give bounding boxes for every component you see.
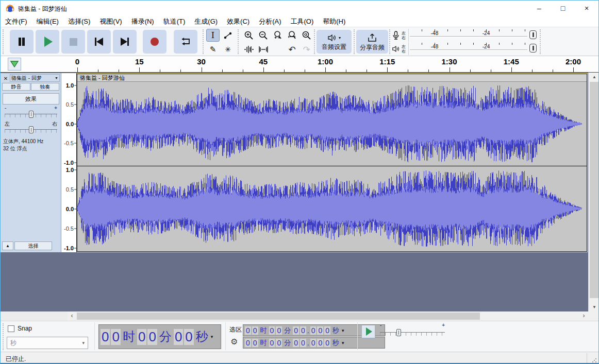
time-digit[interactable]: 0 xyxy=(184,329,193,345)
trim-audio-button[interactable] xyxy=(242,43,256,56)
solo-button[interactable]: 独奏 xyxy=(31,83,59,91)
snap-toolbar-grip[interactable] xyxy=(3,323,5,350)
track-name-button[interactable]: 骆集益 - 回梦 ▼ xyxy=(10,74,60,82)
zoom-toggle-button[interactable] xyxy=(300,29,313,42)
time-digit[interactable]: 0 xyxy=(111,329,120,345)
skip-to-start-button[interactable] xyxy=(87,30,111,54)
time-digit[interactable]: 0 xyxy=(276,339,282,347)
vertical-scale-ruler[interactable]: 1.00.50.0-0.5-1.01.00.50.0-0.5-1.0 xyxy=(61,73,77,252)
track-select-button[interactable]: 选择 xyxy=(14,241,52,250)
mute-button[interactable]: 静音 xyxy=(2,83,30,91)
undo-button[interactable]: ↶ xyxy=(285,43,299,56)
toolbar-grip[interactable] xyxy=(3,29,5,54)
waveform-right-channel[interactable] xyxy=(77,166,587,251)
record-button[interactable] xyxy=(143,30,167,54)
menu-item[interactable]: 效果(C) xyxy=(222,16,254,27)
time-digit[interactable]: 0 xyxy=(276,326,282,335)
play-at-speed-button[interactable] xyxy=(361,325,375,338)
menu-item[interactable]: 工具(O) xyxy=(286,16,318,27)
setup-toolbar-grip[interactable] xyxy=(314,29,316,54)
redo-button[interactable]: ↷ xyxy=(300,43,313,56)
skip-to-end-button[interactable] xyxy=(113,30,137,54)
play-speed-slider[interactable]: - + xyxy=(379,323,446,338)
audio-setup-button[interactable]: ▾ 音频设置 xyxy=(317,30,352,54)
speed-slider-thumb[interactable] xyxy=(396,329,401,336)
horizontal-scrollbar[interactable]: ‹ › xyxy=(68,311,588,321)
pause-button[interactable] xyxy=(10,30,34,54)
time-digit[interactable]: 0 xyxy=(174,329,183,345)
time-digit[interactable]: 0 xyxy=(300,326,306,335)
time-digit[interactable]: 0 xyxy=(245,326,251,335)
scroll-left-arrow[interactable]: ‹ xyxy=(68,311,76,321)
edit-toolbar-grip[interactable] xyxy=(238,29,240,54)
fit-selection-button[interactable] xyxy=(271,29,285,42)
playback-meter-bar[interactable]: -48-24 xyxy=(408,42,538,55)
close-button[interactable]: × xyxy=(575,1,598,16)
selection-settings-gear-icon[interactable]: ⚙ xyxy=(230,337,238,346)
format-dropdown-arrow-icon[interactable]: ▾ xyxy=(342,328,344,333)
timeline-ruler[interactable]: 01530451:001:151:301:452:00 xyxy=(1,56,598,73)
menu-item[interactable]: 分析(A) xyxy=(254,16,286,27)
playback-meter[interactable]: 左右 -48-24 xyxy=(390,42,538,55)
menu-item[interactable]: 编辑(E) xyxy=(32,16,63,27)
menu-item[interactable]: 轨道(T) xyxy=(159,16,190,27)
share-toolbar-grip[interactable] xyxy=(354,29,356,54)
audio-clip[interactable]: 骆集益 - 回梦游仙 xyxy=(77,74,587,252)
time-digit[interactable]: 0 xyxy=(245,339,251,347)
time-digit[interactable]: 0 xyxy=(147,329,157,345)
time-digit[interactable]: 0 xyxy=(293,326,299,335)
time-digit[interactable]: 0 xyxy=(300,339,306,347)
silence-audio-button[interactable] xyxy=(256,43,270,56)
selection-tool-button[interactable]: I xyxy=(206,29,220,42)
time-digit[interactable]: 0 xyxy=(317,339,323,347)
scroll-right-arrow[interactable]: › xyxy=(579,311,588,321)
waveform-left-channel[interactable] xyxy=(77,82,587,166)
time-digit[interactable]: 0 xyxy=(101,329,110,345)
pan-slider[interactable]: 左 右 xyxy=(4,120,58,135)
scroll-up-arrow[interactable]: ▲ xyxy=(589,73,599,81)
time-digit[interactable]: . xyxy=(307,339,309,347)
share-audio-button[interactable]: 分享音频 xyxy=(356,30,388,54)
recording-meter[interactable]: 左右 -48-24 xyxy=(390,29,538,42)
stop-button[interactable] xyxy=(61,30,85,54)
tools-toolbar-grip[interactable] xyxy=(203,29,205,54)
time-digit[interactable]: 0 xyxy=(310,326,317,335)
gain-slider[interactable]: - + xyxy=(4,105,58,119)
menu-item[interactable]: 选择(S) xyxy=(63,16,95,27)
recording-meter-bar[interactable]: -48-24 xyxy=(408,29,538,42)
zoom-in-button[interactable] xyxy=(242,29,256,42)
clip-header[interactable]: 骆集益 - 回梦游仙 xyxy=(77,74,587,82)
format-dropdown-arrow-icon[interactable]: ▾ xyxy=(211,334,213,339)
vertical-scrollbar-thumb[interactable] xyxy=(590,82,599,298)
time-digit[interactable]: . xyxy=(307,326,309,335)
scroll-down-arrow[interactable]: ▼ xyxy=(589,303,599,311)
collapse-track-button[interactable]: ▲ xyxy=(2,241,13,250)
time-digit[interactable]: 0 xyxy=(269,339,275,347)
snap-unit-combobox[interactable]: 秒 ▾ xyxy=(7,337,88,349)
resize-grip[interactable] xyxy=(592,358,597,363)
zoom-out-button[interactable] xyxy=(256,29,270,42)
time-digit[interactable]: 0 xyxy=(317,326,323,335)
track-close-button[interactable]: ✕ xyxy=(2,75,9,82)
envelope-tool-button[interactable] xyxy=(221,29,235,42)
time-digit[interactable]: 0 xyxy=(293,339,299,347)
selection-end-display[interactable]: 00时00分00.000秒▾ xyxy=(243,337,385,349)
pinned-play-head-button[interactable] xyxy=(8,58,21,71)
time-digit[interactable]: 0 xyxy=(310,339,317,347)
audio-position-display[interactable]: 00时00分00秒▾ xyxy=(98,324,221,349)
speed-slider-track[interactable] xyxy=(380,332,445,336)
vertical-scrollbar[interactable]: ▲ ▼ xyxy=(588,73,599,311)
snap-checkbox[interactable] xyxy=(8,325,14,332)
menu-item[interactable]: 视图(V) xyxy=(95,16,126,27)
effects-button[interactable]: 效果 xyxy=(3,93,59,105)
menu-item[interactable]: 文件(F) xyxy=(1,16,32,27)
time-digit[interactable]: 0 xyxy=(252,326,258,335)
maximize-button[interactable]: □ xyxy=(551,1,575,16)
fit-project-button[interactable] xyxy=(285,29,299,42)
pan-slider-thumb[interactable] xyxy=(29,126,34,133)
menu-item[interactable]: 帮助(H) xyxy=(318,16,350,27)
menu-item[interactable]: 生成(G) xyxy=(190,16,222,27)
horizontal-scrollbar-thumb[interactable] xyxy=(77,313,480,320)
title-bar[interactable]: 骆集益 - 回梦游仙 – □ × xyxy=(1,1,598,16)
menu-item[interactable]: 播录(N) xyxy=(127,16,159,27)
